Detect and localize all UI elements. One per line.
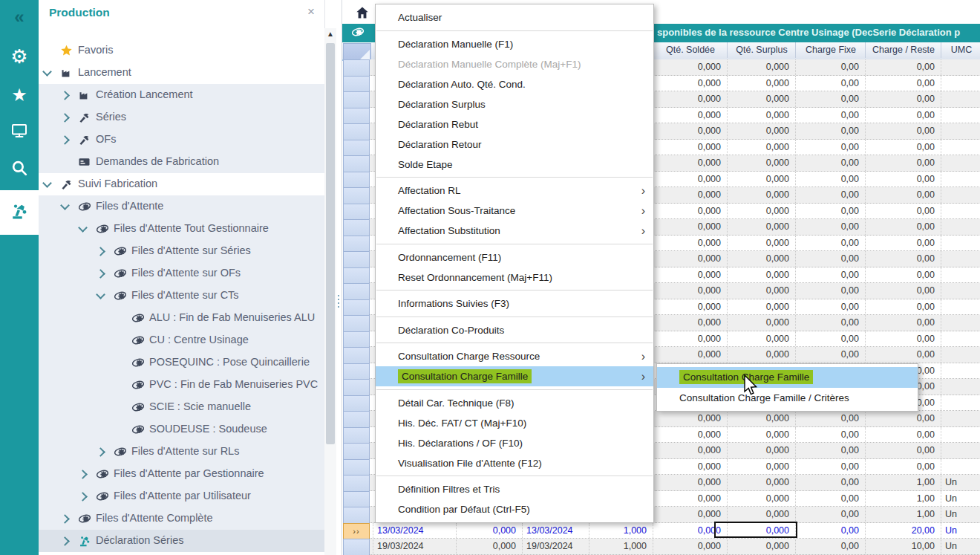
cell-charge-fixe[interactable]: 0,00 bbox=[795, 443, 865, 458]
rail-item-favorites[interactable]: ★ bbox=[0, 82, 39, 108]
cell-umc[interactable] bbox=[941, 459, 980, 475]
cell-charge-fixe[interactable]: 0,00 bbox=[795, 491, 865, 507]
cell-charge-reste[interactable]: 0,00 bbox=[865, 443, 941, 458]
cell-umc[interactable]: Un bbox=[941, 491, 980, 507]
cell-qte-surplus[interactable]: 0,000 bbox=[727, 283, 795, 299]
cell-qte-soldee[interactable]: 0,000 bbox=[653, 155, 727, 171]
cell-charge-fixe[interactable]: 0,00 bbox=[795, 315, 865, 331]
menu-item-d-claration-rebut[interactable]: Déclaration Rebut bbox=[376, 114, 653, 134]
table-row[interactable]: 19/03/20240,00019/03/20241,0000,0000,000… bbox=[370, 539, 980, 555]
column-header-qt-surplus[interactable]: Qté. Surplus bbox=[727, 42, 796, 58]
cell-umc[interactable] bbox=[941, 363, 980, 379]
cell-umc[interactable] bbox=[941, 123, 980, 139]
cell-umc[interactable] bbox=[941, 395, 980, 411]
cell-qte-soldee[interactable]: 0,000 bbox=[653, 411, 727, 426]
cell-qte-soldee[interactable]: 0,000 bbox=[653, 76, 727, 91]
cell-umc[interactable] bbox=[941, 172, 980, 187]
cell-umc[interactable] bbox=[941, 204, 980, 219]
row-header-cell[interactable] bbox=[343, 459, 370, 476]
cell-umc[interactable] bbox=[941, 315, 980, 331]
cell-charge-reste[interactable]: 0,00 bbox=[865, 315, 941, 331]
cell-charge-reste[interactable]: 1,00 bbox=[865, 491, 941, 507]
row-header-cell[interactable] bbox=[343, 539, 370, 555]
row-header-cell[interactable] bbox=[343, 475, 370, 492]
menu-item-consultation-charge-famille[interactable]: Consultation Charge Famille bbox=[657, 367, 918, 388]
row-header-cell[interactable] bbox=[343, 363, 370, 380]
column-header-charge-reste[interactable]: Charge / Reste bbox=[865, 42, 941, 58]
row-header-cell[interactable] bbox=[343, 507, 370, 524]
cell-qte-soldee[interactable]: 0,000 bbox=[653, 459, 727, 475]
tree-item-ofs[interactable]: OFs bbox=[39, 129, 324, 151]
menu-item-condition-par-d-faut-ctrl-f5[interactable]: Condition par Défaut (Ctrl-F5) bbox=[376, 499, 653, 519]
cell-charge-reste[interactable]: 0,00 bbox=[865, 76, 941, 91]
cell-qte-surplus[interactable]: 0,000 bbox=[727, 187, 795, 203]
chevron-down-icon[interactable] bbox=[42, 67, 52, 77]
tree-item-files-d-attente-compl-te[interactable]: Files d'Attente Complète bbox=[39, 507, 324, 530]
cell-qte-surplus[interactable]: 0,000 bbox=[727, 59, 795, 75]
row-header-cell[interactable] bbox=[343, 123, 370, 140]
tree-item-cu-centre-usinage[interactable]: CU : Centre Usinage bbox=[39, 329, 324, 351]
tree-item-files-d-attente-sur-rls[interactable]: Files d'Attente sur RLs bbox=[39, 441, 324, 463]
menu-item-d-finition-filtres-et-tris[interactable]: Définition Filtres et Tris bbox=[376, 479, 653, 499]
cell-umc[interactable] bbox=[941, 299, 980, 315]
cell-qte-lancee[interactable]: 1,000 bbox=[589, 539, 653, 554]
active-row-marker[interactable]: ›› bbox=[343, 523, 370, 540]
menu-item-visualisation-file-d-attente-f12[interactable]: Visualisation File d'Attente (F12) bbox=[376, 453, 653, 473]
menu-item-his-d-clarations-of-f10[interactable]: His. Déclarations / OF (F10) bbox=[376, 433, 653, 453]
cell-charge-reste[interactable]: 20,00 bbox=[865, 523, 941, 539]
row-header-cell[interactable] bbox=[343, 427, 370, 444]
select-all-corner-cell[interactable] bbox=[343, 43, 371, 61]
menu-item-d-claration-manuelle-f1[interactable]: Déclaration Manuelle (F1) bbox=[376, 34, 653, 54]
close-panel-icon[interactable]: × bbox=[304, 4, 318, 19]
cell-charge-fixe[interactable]: 0,00 bbox=[795, 299, 865, 315]
column-header-charge-fixe[interactable]: Charge Fixe bbox=[795, 42, 866, 58]
row-header-cell[interactable] bbox=[343, 331, 370, 348]
cell-charge-fixe[interactable]: 0,00 bbox=[795, 59, 865, 75]
tree-item-suivi-fabrication[interactable]: Suivi Fabrication bbox=[39, 173, 324, 195]
cell-qte-surplus[interactable]: 0,000 bbox=[727, 347, 795, 363]
tree-item-cr-ation-lancement[interactable]: Création Lancement bbox=[39, 84, 324, 106]
cell-umc[interactable] bbox=[941, 379, 980, 395]
tree-item-soudeuse-soudeuse[interactable]: SOUDEUSE : Soudeuse bbox=[39, 418, 324, 441]
home-tab[interactable] bbox=[347, 3, 378, 22]
tree-item-favoris[interactable]: Favoris bbox=[39, 39, 324, 62]
cell-charge-reste[interactable]: 0,00 bbox=[865, 251, 941, 267]
cell-umc[interactable] bbox=[941, 155, 980, 171]
cell-charge-reste[interactable]: 0,00 bbox=[865, 91, 941, 107]
row-header-cell[interactable] bbox=[343, 204, 370, 221]
cell-qte-surplus[interactable]: 0,000 bbox=[727, 411, 795, 426]
menu-item-actualiser[interactable]: Actualiser bbox=[376, 7, 653, 27]
tree-item-files-d-attente[interactable]: Files d'Attente bbox=[39, 195, 324, 218]
cell-charge-fixe[interactable]: 0,00 bbox=[795, 236, 865, 251]
tree-item-files-d-attente-par-gestionnaire[interactable]: Files d'Attente par Gestionnaire bbox=[39, 463, 324, 485]
cell-charge-fixe[interactable]: 0,00 bbox=[795, 347, 865, 363]
cell-charge-fixe[interactable]: 0,00 bbox=[795, 91, 865, 107]
cell-qte-soldee[interactable]: 0,000 bbox=[653, 108, 727, 123]
cell-umc[interactable]: Un bbox=[941, 475, 980, 490]
menu-item-d-claration-surplus[interactable]: Déclaration Surplus bbox=[376, 94, 653, 114]
cell-charge-reste[interactable]: 0,00 bbox=[865, 59, 941, 75]
menu-item-consultation-charge-ressource[interactable]: Consultation Charge Ressource› bbox=[376, 346, 653, 366]
cell-qte-surplus[interactable]: 0,000 bbox=[727, 251, 795, 267]
row-header-cell[interactable] bbox=[343, 236, 370, 253]
row-header-cell[interactable] bbox=[343, 283, 370, 300]
rail-item-search[interactable] bbox=[0, 156, 39, 183]
cell-charge-reste[interactable]: 0,00 bbox=[865, 411, 941, 426]
row-header-cell[interactable] bbox=[343, 411, 370, 428]
cell-qte-surplus[interactable]: 0,000 bbox=[727, 267, 795, 283]
cell-charge-reste[interactable]: 1,00 bbox=[865, 475, 941, 490]
cell-charge-fixe[interactable]: 0,00 bbox=[795, 523, 865, 539]
row-header-cell[interactable] bbox=[343, 187, 370, 204]
cell-qte-surplus[interactable]: 0,000 bbox=[727, 236, 795, 251]
cell-charge-fixe[interactable]: 0,00 bbox=[795, 459, 865, 475]
chevron-down-icon[interactable] bbox=[96, 290, 105, 299]
cell-umc[interactable] bbox=[941, 108, 980, 123]
cell-qte-soldee[interactable]: 0,000 bbox=[653, 91, 727, 107]
menu-item-affectation-substitution[interactable]: Affectation Substitution› bbox=[376, 221, 653, 241]
tree-item-pvc-fin-de-fab-menuiseries-pvc[interactable]: PVC : Fin de Fab Menuiseries PVC bbox=[39, 374, 324, 396]
menu-item-solde-etape[interactable]: Solde Etape bbox=[376, 155, 653, 175]
menu-item-consultation-charge-famille-crit-res[interactable]: Consultation Charge Famille / Critères bbox=[657, 388, 918, 409]
cell-qte-soldee[interactable]: 0,000 bbox=[653, 204, 727, 219]
cell-charge-fixe[interactable]: 0,00 bbox=[795, 331, 865, 347]
cell-charge-reste[interactable]: 0,00 bbox=[865, 140, 941, 155]
